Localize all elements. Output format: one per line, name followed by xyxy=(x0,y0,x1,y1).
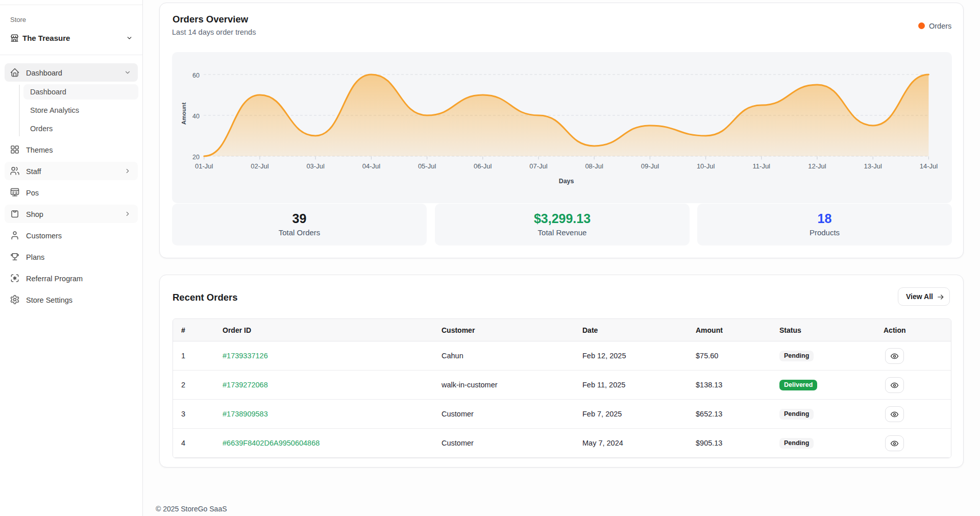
svg-text:07-Jul: 07-Jul xyxy=(529,162,548,170)
svg-text:Amount: Amount xyxy=(181,103,187,125)
svg-text:06-Jul: 06-Jul xyxy=(474,162,492,170)
svg-text:20: 20 xyxy=(192,154,200,161)
svg-text:02-Jul: 02-Jul xyxy=(251,162,269,170)
svg-text:11-Jul: 11-Jul xyxy=(753,162,771,170)
svg-text:14-Jul: 14-Jul xyxy=(920,162,938,170)
svg-text:Days: Days xyxy=(559,178,574,185)
svg-text:10-Jul: 10-Jul xyxy=(697,162,715,170)
svg-text:12-Jul: 12-Jul xyxy=(808,162,826,170)
svg-text:05-Jul: 05-Jul xyxy=(418,162,436,170)
svg-text:03-Jul: 03-Jul xyxy=(306,162,325,170)
svg-text:04-Jul: 04-Jul xyxy=(362,162,381,170)
svg-text:60: 60 xyxy=(192,72,200,79)
svg-text:40: 40 xyxy=(192,113,200,120)
svg-text:09-Jul: 09-Jul xyxy=(641,162,659,170)
svg-text:13-Jul: 13-Jul xyxy=(864,162,882,170)
svg-text:01-Jul: 01-Jul xyxy=(195,162,213,170)
svg-text:08-Jul: 08-Jul xyxy=(585,162,603,170)
